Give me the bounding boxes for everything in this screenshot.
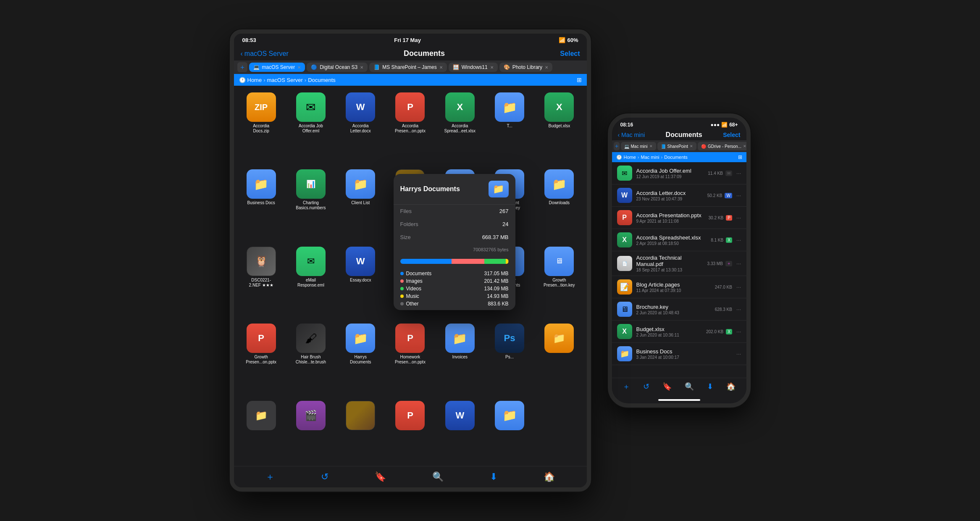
grid-view-icon[interactable]: ⊞ bbox=[577, 76, 582, 83]
file-item-word2[interactable]: W bbox=[437, 398, 483, 462]
file-item-folder-dark[interactable]: 📁 bbox=[238, 398, 284, 462]
ipad-tab-digitalocean[interactable]: 🔵 Digital Ocean S3 ✕ bbox=[307, 63, 368, 72]
list-item-size: 50.2 KB bbox=[707, 193, 723, 198]
file-item-job-offer[interactable]: ✉ Accordia Job Offer.eml bbox=[288, 90, 334, 163]
ipad-tab-add-button[interactable]: ＋ bbox=[237, 62, 247, 72]
file-item-video[interactable]: 🎬 bbox=[288, 398, 334, 462]
add-button[interactable]: ＋ bbox=[623, 382, 630, 392]
tab-close-icon[interactable]: ✕ bbox=[490, 65, 494, 70]
iphone-select-button[interactable]: Select bbox=[723, 132, 740, 138]
ipad-select-button[interactable]: Select bbox=[560, 50, 580, 58]
file-item-hairbrush[interactable]: 🖌 Hair Brush Chisle...te.brush bbox=[288, 321, 334, 395]
list-icon-keynote: 🖥 bbox=[617, 302, 632, 317]
file-item-folder-yellow[interactable]: 📁 bbox=[536, 321, 582, 395]
breadcrumb-server[interactable]: macOS Server bbox=[267, 77, 303, 83]
file-item-downloads[interactable]: 📁 Downloads bbox=[536, 167, 582, 240]
list-item-presentation[interactable]: P Accordia Presentation.pptx 9 Apr 2021 … bbox=[612, 207, 746, 229]
tab-close-icon[interactable]: ✕ bbox=[690, 144, 693, 148]
breadcrumb-documents[interactable]: Documents bbox=[664, 155, 688, 160]
list-item-technical-manual[interactable]: 📄 Accordia Technical Manual.pdf 18 Sep 2… bbox=[612, 251, 746, 276]
home-button[interactable]: 🏠 bbox=[544, 471, 555, 482]
more-button[interactable]: ··· bbox=[736, 214, 741, 221]
file-item-business[interactable]: 📁 Business Docs bbox=[238, 167, 284, 240]
legend-dot-other bbox=[400, 302, 404, 305]
breadcrumb-home[interactable]: Home bbox=[624, 155, 636, 160]
tab-close-icon[interactable]: ✕ bbox=[545, 65, 548, 70]
list-icon-pdf: 📄 bbox=[617, 256, 632, 271]
more-button[interactable]: ··· bbox=[736, 237, 741, 243]
iphone-back-button[interactable]: ‹ Mac mini bbox=[618, 132, 645, 138]
file-item-ps[interactable]: Ps Ps... bbox=[486, 321, 533, 395]
tab-close-icon[interactable]: ✕ bbox=[743, 144, 746, 148]
file-icon-folder-yellow: 📁 bbox=[544, 324, 574, 353]
tab-label: Mac mini bbox=[631, 144, 648, 149]
more-button[interactable]: ··· bbox=[736, 284, 741, 290]
file-item-spreadsheet[interactable]: X Accordia Spread...eet.xlsx bbox=[437, 90, 483, 163]
file-item-ppt2[interactable]: P bbox=[387, 398, 433, 462]
file-item-charting[interactable]: 📊 Charting Basics.numbers bbox=[288, 167, 334, 240]
more-button[interactable]: ··· bbox=[736, 192, 741, 199]
ipad-tab-photolibrary[interactable]: 🎨 Photo Library ✕ bbox=[499, 63, 552, 72]
breadcrumb-documents[interactable]: Documents bbox=[308, 77, 336, 83]
iphone-tab-add[interactable]: ＋ bbox=[614, 142, 620, 150]
legend-row-music: Music 14.93 MB bbox=[400, 293, 509, 299]
file-item-growth-ppt[interactable]: P Growth Presen...on.pptx bbox=[238, 321, 284, 395]
bookmarks-button[interactable]: 🔖 bbox=[375, 471, 386, 482]
file-item-folder-end[interactable]: 📁 bbox=[486, 398, 533, 462]
file-item-client[interactable]: 📁 Client List bbox=[337, 167, 384, 240]
iphone-back-label: Mac mini bbox=[621, 132, 645, 138]
file-icon-email: ✉ bbox=[296, 92, 326, 122]
tab-close-icon[interactable]: ✕ bbox=[439, 65, 443, 70]
more-button[interactable]: ··· bbox=[736, 350, 741, 357]
list-item-spreadsheet[interactable]: X Accordia Spreadsheet.xlsx 2 Apr 2019 a… bbox=[612, 229, 746, 251]
download-button[interactable]: ⬇ bbox=[707, 382, 713, 391]
list-item-brochure[interactable]: 🖥 Brochure.key 2 Jun 2020 at 10:48:43 62… bbox=[612, 298, 746, 321]
file-item-email-response[interactable]: ✉ eMail Response.eml bbox=[288, 244, 334, 318]
more-button[interactable]: ··· bbox=[736, 170, 741, 176]
tab-label: Windows11 bbox=[462, 64, 488, 70]
ipad-back-button[interactable]: ‹ macOS Server bbox=[241, 50, 289, 58]
iphone-tab-gdrive[interactable]: 🔴 GDrive - Person... ✕ bbox=[698, 142, 746, 150]
file-item-homework[interactable]: P Homework Presen...on.pptx bbox=[387, 321, 433, 395]
iphone-tab-macmini[interactable]: 💻 Mac mini ✕ bbox=[621, 142, 656, 150]
iphone-tab-sharepoint[interactable]: 📘 SharePoint ✕ bbox=[657, 142, 696, 150]
list-item-budget[interactable]: X Budget.xlsx 2 Jun 2020 at 10:36:11 202… bbox=[612, 321, 746, 343]
file-item-accordia-docs[interactable]: ZIP Accordia Docs.zip bbox=[238, 90, 284, 163]
file-item-letter[interactable]: W Accordia Letter.docx bbox=[337, 90, 384, 163]
file-item-texture[interactable] bbox=[337, 398, 384, 462]
file-item-essay[interactable]: W Essay.docx bbox=[337, 244, 384, 318]
file-item-harrys[interactable]: 📁 Harrys Documents bbox=[337, 321, 384, 395]
grid-view-icon[interactable]: ⊞ bbox=[738, 154, 742, 160]
tab-close-icon[interactable]: ✕ bbox=[297, 65, 301, 70]
search-button[interactable]: 🔍 bbox=[432, 471, 444, 482]
ipad-tab-windows[interactable]: 🪟 Windows11 ✕ bbox=[449, 63, 498, 72]
ipad-tab-macos[interactable]: 💻 macOS Server ✕ bbox=[249, 63, 305, 72]
file-item-dsc[interactable]: 🦉 DSC0221-2.NEF ★★★ bbox=[238, 244, 284, 318]
file-item-invoices[interactable]: 📁 Invoices bbox=[437, 321, 483, 395]
list-item-blog[interactable]: 📝 Blog Article.pages 11 Apr 2024 at 07:3… bbox=[612, 276, 746, 298]
more-button[interactable]: ··· bbox=[736, 306, 741, 313]
list-item-business-docs[interactable]: 📁 Business Docs 3 Jan 2024 at 10:00:17 ·… bbox=[612, 343, 746, 365]
bookmarks-button[interactable]: 🔖 bbox=[662, 382, 672, 391]
download-button[interactable]: ⬇ bbox=[490, 471, 497, 482]
list-item-job-offer[interactable]: ✉ Accordia Job Offer.eml 12 Jun 2019 at … bbox=[612, 162, 746, 184]
tab-close-icon[interactable]: ✕ bbox=[649, 144, 653, 148]
refresh-button[interactable]: ↺ bbox=[321, 471, 328, 482]
iphone-page-title: Documents bbox=[666, 131, 702, 139]
refresh-button[interactable]: ↺ bbox=[643, 382, 649, 391]
search-button[interactable]: 🔍 bbox=[685, 382, 694, 391]
battery-icon: 60% bbox=[567, 37, 578, 43]
file-item-budget[interactable]: X Budget.xlsx bbox=[536, 90, 582, 163]
file-item-growth-key[interactable]: 🖥 Growth Presen...tion.key bbox=[536, 244, 582, 318]
breadcrumb-home[interactable]: Home bbox=[247, 77, 262, 83]
ipad-tab-sharepoint[interactable]: 📘 MS SharePoint – James ✕ bbox=[369, 63, 447, 72]
more-button[interactable]: ··· bbox=[736, 328, 741, 335]
more-button[interactable]: ··· bbox=[736, 260, 741, 267]
file-item-pres[interactable]: P Accordia Presen...on.pptx bbox=[387, 90, 433, 163]
home-button[interactable]: 🏠 bbox=[726, 382, 736, 391]
breadcrumb-macmini[interactable]: Mac mini bbox=[641, 155, 659, 160]
list-item-letter[interactable]: W Accordia Letter.docx 23 Nov 2023 at 10… bbox=[612, 184, 746, 207]
tab-close-icon[interactable]: ✕ bbox=[360, 65, 363, 70]
file-item-folder-t[interactable]: 📁 T... bbox=[486, 90, 533, 163]
add-button[interactable]: ＋ bbox=[265, 471, 275, 483]
